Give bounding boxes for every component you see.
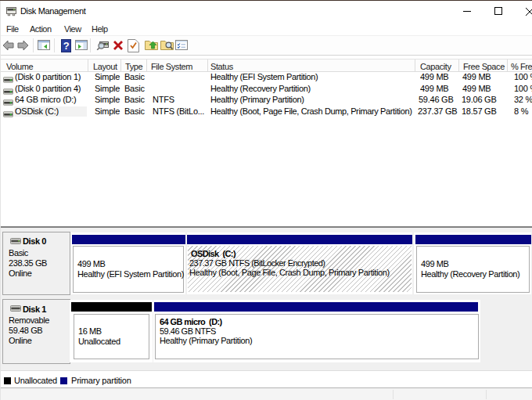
svg-text:?: ? — [63, 40, 70, 52]
